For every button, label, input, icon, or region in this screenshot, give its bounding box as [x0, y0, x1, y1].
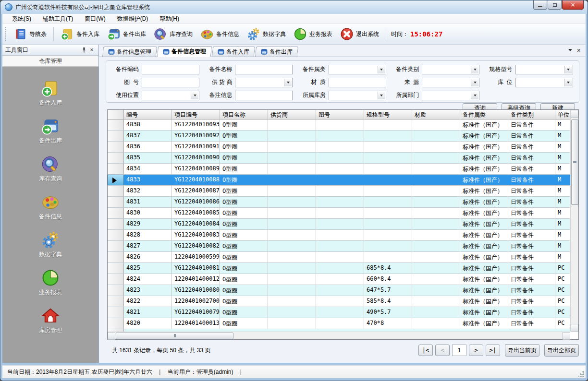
chevron-down-icon[interactable] [471, 66, 478, 73]
table-cell[interactable]: 标准件（国产） [460, 208, 508, 218]
table-row[interactable]: 4831YG12204010086O型圈标准件（国产）日常备件M [108, 197, 570, 208]
table-cell[interactable]: 4835 [124, 153, 172, 163]
table-cell[interactable]: O型圈 [220, 263, 268, 274]
table-cell[interactable] [268, 318, 316, 329]
table-cell[interactable] [316, 197, 364, 207]
table-cell[interactable] [268, 142, 316, 152]
row-selector[interactable] [108, 263, 124, 274]
pin-icon[interactable] [80, 46, 88, 54]
table-cell[interactable]: 日常备件 [508, 318, 555, 329]
part-code-input[interactable] [142, 65, 199, 74]
scroll-right-icon[interactable] [563, 332, 570, 340]
table-cell[interactable]: 4831 [124, 197, 172, 207]
table-cell[interactable] [268, 252, 316, 262]
sidebar-item-spare-outbound[interactable]: 备件出库 [39, 117, 62, 145]
first-page-button[interactable]: |< [418, 345, 433, 356]
table-cell[interactable]: 4832 [124, 186, 172, 196]
table-cell[interactable]: YG12204010079 [172, 307, 220, 318]
table-cell[interactable]: M [555, 119, 570, 130]
table-cell[interactable]: 日常备件 [508, 164, 555, 174]
table-cell[interactable] [364, 186, 412, 196]
toolbar-button-spare-inbound[interactable]: 备件入库 [57, 25, 103, 43]
toolbar-button-exit-system[interactable]: 退出系统 [336, 25, 383, 43]
last-page-button[interactable]: >| [486, 345, 500, 356]
supplier-select[interactable] [235, 78, 293, 87]
table-cell[interactable] [268, 175, 316, 185]
row-selector[interactable] [108, 186, 124, 196]
table-cell[interactable]: 685*8.4 [364, 263, 412, 274]
table-cell[interactable]: 470*8 [364, 318, 412, 329]
table-cell[interactable]: YG12204010090 [172, 153, 220, 163]
table-cell[interactable]: YG12204010089 [172, 164, 220, 174]
tool-window-close-icon[interactable]: × [88, 46, 96, 54]
remark-input[interactable] [235, 91, 293, 100]
table-cell[interactable]: PC [555, 318, 570, 329]
table-cell[interactable] [316, 175, 364, 185]
table-cell[interactable] [268, 296, 316, 307]
row-selector[interactable] [108, 197, 124, 207]
table-cell[interactable]: 日常备件 [508, 241, 555, 251]
table-cell[interactable] [268, 153, 316, 163]
table-cell[interactable]: 日常备件 [508, 252, 555, 262]
table-cell[interactable]: O型圈 [220, 119, 268, 130]
table-cell[interactable]: YG12204010082 [172, 241, 220, 251]
column-header[interactable]: 图号 [316, 110, 364, 119]
row-selector[interactable] [108, 219, 124, 229]
sidebar-item-business-report[interactable]: 业务报表 [39, 269, 62, 297]
row-selector[interactable] [108, 230, 124, 240]
warehouse-select[interactable] [329, 91, 386, 100]
table-cell[interactable]: YG12204010092 [172, 131, 220, 141]
table-cell[interactable]: 1220401400013 [172, 318, 220, 329]
chevron-down-icon[interactable] [471, 92, 478, 99]
department-select[interactable] [422, 91, 479, 100]
table-cell[interactable]: 4828 [124, 230, 172, 240]
table-cell[interactable]: 标准件（国产） [460, 263, 508, 274]
table-cell[interactable]: 4826 [124, 252, 172, 262]
horizontal-scrollbar-thumb[interactable] [116, 333, 233, 339]
menu-item-system[interactable]: 系统(S) [6, 14, 37, 24]
table-row[interactable]: 4828YG12204010083O型圈标准件（国产）日常备件M [108, 230, 570, 241]
table-cell[interactable] [316, 131, 364, 141]
resize-grip[interactable] [578, 371, 584, 377]
table-cell[interactable]: 647*5.7 [364, 285, 412, 296]
table-cell[interactable] [268, 285, 316, 296]
table-cell[interactable]: 1220401000599 [172, 252, 220, 262]
table-cell[interactable]: 日常备件 [508, 142, 555, 152]
table-row[interactable]: 4836YG12204010091O型圈标准件（国产）日常备件M [108, 142, 570, 153]
table-cell[interactable] [316, 208, 364, 218]
table-cell[interactable] [412, 307, 460, 318]
part-genus-select[interactable] [329, 65, 386, 74]
table-cell[interactable]: 4827 [124, 241, 172, 251]
column-header[interactable]: 项目名称 [220, 110, 268, 119]
table-cell[interactable]: 4833 [124, 175, 172, 185]
chevron-down-icon[interactable] [378, 92, 385, 99]
table-cell[interactable]: 标准件（国产） [460, 307, 508, 318]
table-cell[interactable]: 标准件（国产） [460, 119, 508, 130]
table-cell[interactable] [412, 274, 460, 285]
menu-item-window[interactable]: 窗口(W) [79, 14, 111, 24]
table-cell[interactable] [316, 186, 364, 196]
vertical-scrollbar-thumb[interactable] [571, 119, 578, 205]
table-cell[interactable]: M [555, 164, 570, 174]
page-number-input[interactable] [452, 345, 466, 356]
column-header[interactable]: 备件类别 [508, 110, 555, 119]
sidebar-item-data-dictionary[interactable]: 数据字典 [39, 231, 62, 259]
horizontal-scrollbar[interactable] [108, 332, 570, 339]
table-cell[interactable]: 4837 [124, 131, 172, 141]
menu-item-aux-tools[interactable]: 辅助工具(T) [37, 14, 79, 24]
tab-2-active[interactable]: 备件信息管理 [157, 46, 212, 57]
table-cell[interactable]: 标准件（国产） [460, 252, 508, 262]
table-row[interactable]: 4827YG12204010082O型圈标准件（国产）日常备件M [108, 241, 570, 252]
table-cell[interactable] [316, 241, 364, 251]
sidebar-item-spare-inbound[interactable]: 备件入库 [39, 79, 62, 107]
table-row[interactable]: 48221220401002700O型圈585*8.4标准件（国产）日常备件PC [108, 296, 570, 307]
table-cell[interactable]: 660*8.4 [364, 274, 412, 285]
table-cell[interactable] [316, 263, 364, 274]
scroll-up-icon[interactable] [571, 110, 578, 118]
table-cell[interactable]: O型圈 [220, 175, 268, 185]
table-cell[interactable]: 4834 [124, 164, 172, 174]
table-cell[interactable] [412, 153, 460, 163]
table-cell[interactable]: 日常备件 [508, 131, 555, 141]
column-header[interactable]: 编号 [124, 110, 172, 119]
table-row[interactable]: 4823YG12204010080O型圈647*5.7标准件（国产）日常备件PC [108, 285, 570, 296]
